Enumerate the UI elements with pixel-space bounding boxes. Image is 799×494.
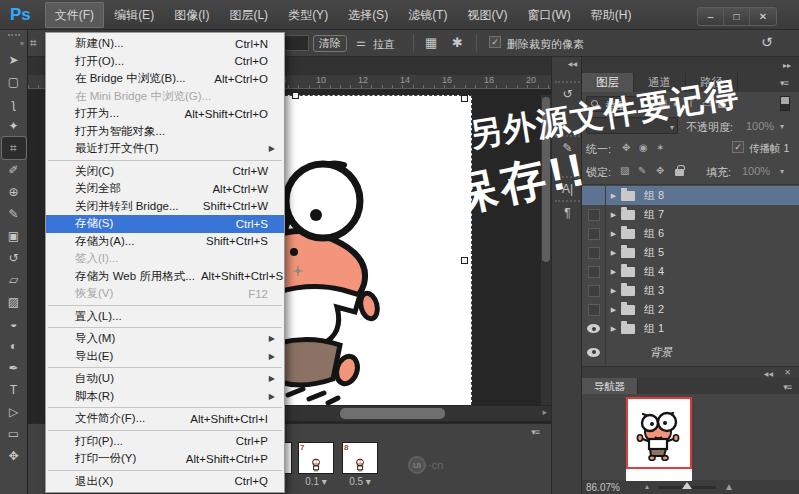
expand-group-icon[interactable]: ▶ [606, 306, 621, 314]
crop-tool[interactable]: ⌗ [2, 137, 26, 159]
panel-close-icon[interactable]: ✕ [784, 368, 791, 377]
zoom-out-icon[interactable]: ▴ [645, 482, 649, 491]
move-tool[interactable]: ➤ [2, 49, 26, 71]
frame-8-delay[interactable]: 0.5 ▾ [342, 476, 378, 487]
filter-adjustment-icon[interactable]: ◐ [673, 98, 679, 109]
blend-mode-dropdown[interactable]: ▾ [586, 117, 678, 134]
menu-item-scripts[interactable]: 脚本(R)▶ [46, 388, 284, 406]
history-panel-icon[interactable]: ↺ [555, 81, 580, 103]
visibility-toggle[interactable] [582, 319, 606, 338]
menu-item-print[interactable]: 打印(P)...Ctrl+P [46, 433, 284, 451]
expand-group-icon[interactable]: ▶ [606, 268, 621, 276]
expand-group-icon[interactable]: ▶ [606, 211, 621, 219]
visibility-toggle[interactable] [582, 205, 606, 224]
menu-item-open-as-smart-object[interactable]: 打开为智能对象... [46, 123, 284, 141]
lock-all-icon[interactable] [675, 169, 684, 176]
menu-item-import[interactable]: 导入(M)▶ [46, 330, 284, 348]
fill-value[interactable]: 100% [742, 165, 770, 177]
tab-paths[interactable]: 路径 [686, 73, 738, 92]
visibility-toggle[interactable] [582, 338, 606, 366]
filter-pixel-icon[interactable]: ▦ [658, 98, 667, 109]
menu-item-open[interactable]: 打开(O)...Ctrl+O [46, 53, 284, 71]
filter-shape-icon[interactable]: ▭ [702, 98, 711, 109]
menu-type[interactable]: 类型(Y) [278, 2, 338, 28]
opacity-value[interactable]: 100% [746, 120, 774, 132]
brush-tool[interactable]: ✎ [2, 203, 26, 225]
gradient-tool[interactable]: ▨ [2, 291, 26, 313]
menu-item-open-recent[interactable]: 最近打开文件(T)▶ [46, 140, 284, 158]
expand-group-icon[interactable]: ▶ [606, 192, 621, 200]
unify-position-icon[interactable]: ✥ [622, 142, 630, 153]
lasso-tool[interactable]: ʅ [2, 93, 26, 115]
horizontal-scrollbar-thumb[interactable] [340, 408, 445, 419]
unify-visibility-icon[interactable]: ◉ [639, 142, 648, 153]
scroll-right-arrow-icon[interactable]: ▸ [542, 407, 547, 417]
tab-navigator[interactable]: 导航器 [582, 378, 638, 394]
character-panel-icon[interactable]: A| [555, 176, 580, 198]
dodge-tool[interactable]: ◐ [2, 335, 26, 357]
layer-row-group5[interactable]: ▶ 组 5 [582, 243, 799, 262]
dock-expand-icon[interactable]: ◀◀ [568, 60, 577, 67]
menu-help[interactable]: 帮助(H) [581, 2, 642, 28]
animation-frame-8[interactable]: 8 [342, 442, 378, 474]
crop-handle-top-left[interactable] [292, 92, 299, 99]
menu-file[interactable]: 文件(F) [45, 2, 104, 28]
history-brush-tool[interactable]: ↺ [2, 247, 26, 269]
layer-row-group8[interactable]: ▶ 组 8 [582, 186, 799, 205]
menu-item-close[interactable]: 关闭(C)Ctrl+W [46, 163, 284, 181]
expand-group-icon[interactable]: ▶ [606, 287, 621, 295]
menu-item-place[interactable]: 置入(L)... [46, 308, 284, 326]
opacity-dropdown-arrow-icon[interactable]: ▾ [780, 122, 784, 131]
minimize-button[interactable]: – [698, 8, 724, 25]
menu-image[interactable]: 图像(I) [164, 2, 219, 28]
menu-item-export[interactable]: 导出(E)▶ [46, 348, 284, 366]
marquee-tool[interactable]: ▢ [2, 71, 26, 93]
visibility-toggle[interactable] [582, 243, 606, 262]
menu-item-print-one-copy[interactable]: 打印一份(Y)Alt+Shift+Ctrl+P [46, 450, 284, 468]
lock-position-icon[interactable]: ✥ [656, 165, 664, 176]
expand-group-icon[interactable]: ▶ [606, 325, 621, 333]
layers-panel-menu-icon[interactable]: ▾≡ [780, 78, 788, 88]
visibility-toggle[interactable] [582, 300, 606, 319]
clone-stamp-tool[interactable]: ▣ [2, 225, 26, 247]
menu-layer[interactable]: 图层(L) [219, 2, 278, 28]
menu-item-automate[interactable]: 自动(U)▶ [46, 370, 284, 388]
layer-row-group7[interactable]: ▶ 组 7 [582, 205, 799, 224]
filter-smart-object-icon[interactable]: ▩ [717, 98, 726, 109]
visibility-toggle[interactable] [582, 262, 606, 281]
visibility-toggle[interactable] [582, 186, 606, 205]
crop-size-field[interactable] [283, 35, 309, 51]
zoom-in-icon[interactable]: ▲ [724, 481, 734, 492]
eraser-tool[interactable]: ▱ [2, 269, 26, 291]
menu-item-save-for-web[interactable]: 存储为 Web 所用格式...Alt+Shift+Ctrl+S [46, 268, 284, 286]
navigator-view-box[interactable] [626, 397, 692, 469]
unify-style-icon[interactable]: ✶ [656, 142, 664, 153]
brush-presets-panel-icon[interactable]: ✎ [555, 135, 580, 157]
menu-item-browse-in-bridge[interactable]: 在 Bridge 中浏览(B)...Alt+Ctrl+O [46, 70, 284, 88]
layer-row-group3[interactable]: ▶ 组 3 [582, 281, 799, 300]
tab-layers[interactable]: 图层 [582, 73, 634, 92]
panel-collapse-icon[interactable]: ◀◀ [764, 370, 773, 377]
crop-settings-gear-icon[interactable]: ✱ [452, 35, 463, 50]
tool-preset-icon[interactable]: ⌗ [30, 36, 37, 50]
toolbar-expand-icon[interactable]: » [20, 39, 24, 49]
navigator-zoom-value[interactable]: 86.07% [586, 482, 620, 493]
menu-item-close-all[interactable]: 关闭全部Alt+Ctrl+W [46, 180, 284, 198]
menu-item-new[interactable]: 新建(N)...Ctrl+N [46, 35, 284, 53]
layer-filter-dropdown[interactable]: 类型 ▾ [586, 96, 650, 112]
path-selection-tool[interactable]: ▷ [2, 401, 26, 423]
menu-window[interactable]: 窗口(W) [517, 2, 580, 28]
crop-handle-right[interactable] [461, 257, 468, 264]
reset-tool-icon[interactable]: ↺ [761, 34, 773, 50]
straighten-button[interactable]: 拉直 [373, 37, 395, 52]
dock-collapse-icon[interactable]: ▸▸ [783, 61, 791, 70]
animation-frame-7[interactable]: 7 [298, 442, 334, 474]
paragraph-panel-icon[interactable]: ¶ [555, 200, 580, 222]
vertical-scrollbar-thumb[interactable] [542, 97, 550, 262]
maximize-button[interactable]: □ [724, 8, 750, 25]
menu-select[interactable]: 选择(S) [338, 2, 398, 28]
layer-row-group4[interactable]: ▶ 组 4 [582, 262, 799, 281]
filter-toggle-switch[interactable] [780, 96, 790, 111]
menu-edit[interactable]: 编辑(E) [104, 2, 164, 28]
layer-row-group2[interactable]: ▶ 组 2 [582, 300, 799, 319]
